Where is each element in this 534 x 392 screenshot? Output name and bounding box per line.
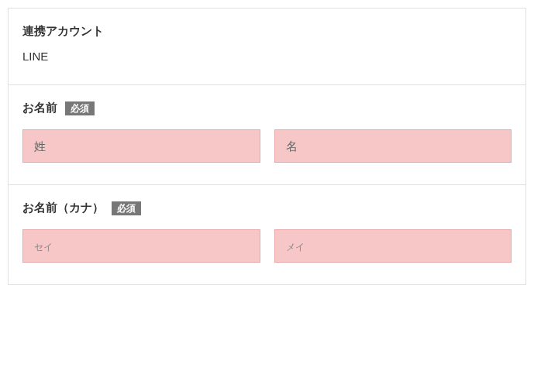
firstname-input[interactable]: [274, 129, 512, 163]
linked-account-value: LINE: [22, 50, 512, 63]
name-input-row: [22, 129, 512, 163]
required-badge: 必須: [65, 101, 95, 115]
lastname-kana-input[interactable]: [22, 229, 260, 263]
name-label: お名前: [22, 101, 57, 115]
lastname-input[interactable]: [22, 129, 260, 163]
name-kana-section: お名前（カナ） 必須: [9, 185, 525, 284]
name-title-row: お名前 必須: [22, 101, 512, 115]
firstname-kana-input[interactable]: [274, 229, 512, 263]
required-badge: 必須: [112, 201, 141, 215]
linked-account-title: 連携アカウント: [22, 24, 512, 39]
name-section: お名前 必須: [9, 85, 525, 185]
name-kana-title-row: お名前（カナ） 必須: [22, 201, 512, 215]
form-container: 連携アカウント LINE お名前 必須 お名前（カナ） 必須: [8, 8, 526, 285]
name-kana-input-row: [22, 229, 512, 263]
name-kana-label: お名前（カナ）: [22, 201, 104, 215]
linked-account-section: 連携アカウント LINE: [9, 9, 525, 85]
